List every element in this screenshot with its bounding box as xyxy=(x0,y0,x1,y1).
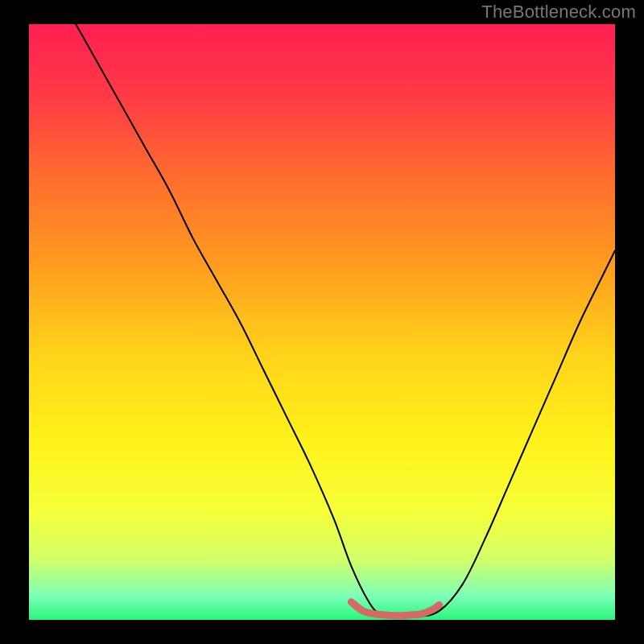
watermark-text: TheBottleneck.com xyxy=(481,2,636,23)
plot-area xyxy=(29,24,615,620)
chart-svg xyxy=(29,24,615,620)
gradient-background xyxy=(29,24,615,620)
chart-frame: TheBottleneck.com xyxy=(0,0,644,644)
